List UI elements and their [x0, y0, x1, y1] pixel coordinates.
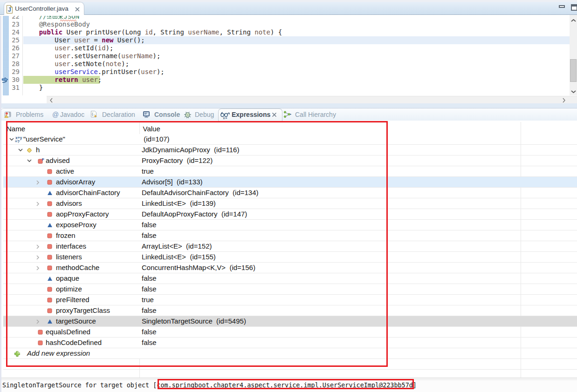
expressions-icon: x= — [220, 111, 230, 119]
view-tab-call-hierarchy[interactable]: Call Hierarchy — [295, 111, 336, 118]
code-line-24: public User printUser(Long id, String us… — [23, 28, 282, 36]
scroll-down-icon[interactable] — [570, 88, 577, 95]
maximize-view-button[interactable] — [571, 4, 577, 11]
line-number: 30 — [7, 76, 20, 84]
line-number: 28 — [7, 60, 20, 68]
debug-icon — [184, 111, 192, 119]
horizontal-scroll-track[interactable] — [47, 96, 577, 103]
editor-horizontal-scrollbar[interactable] — [0, 95, 577, 103]
editor-tab-close-icon[interactable] — [75, 7, 80, 12]
expression-row-empty — [3, 370, 577, 377]
code-line-23: @ResponseBody — [23, 20, 90, 28]
code-line-26: user.setId(id); — [23, 44, 113, 52]
view-tabbar: !Problems@Javadoc{..DeclarationConsoleDe… — [0, 108, 577, 121]
svg-text:x: x — [223, 116, 225, 120]
code-line-28: user.setNote(note); — [23, 60, 129, 68]
sash-divider[interactable] — [0, 103, 577, 108]
line-number: 23 — [7, 20, 20, 28]
view-tab-declaration[interactable]: Declaration — [102, 111, 135, 118]
code-line-29: userService.printUser(user); — [23, 68, 165, 76]
svg-text:{..: {.. — [92, 112, 95, 116]
view-tab-javadoc[interactable]: Javadoc — [60, 111, 84, 118]
annotation-rect-table — [6, 121, 388, 367]
console-icon — [143, 111, 151, 118]
scroll-left-icon[interactable] — [48, 96, 55, 104]
expressions-tab-close-icon[interactable] — [272, 112, 277, 117]
editor-tabbar — [0, 2, 577, 15]
scroll-up-icon[interactable] — [570, 17, 577, 24]
line-number: 26 — [7, 44, 20, 52]
code-line-25: User user = new User(); — [23, 36, 145, 44]
line-number: 25 — [7, 36, 20, 44]
declaration-icon: {.. — [90, 111, 98, 118]
scroll-right-icon[interactable] — [560, 96, 568, 104]
problems-icon: ! — [4, 111, 12, 119]
editor-tab-title: UserController.java — [15, 5, 69, 12]
callhierarchy-icon — [283, 111, 292, 118]
view-tab-console[interactable]: Console — [154, 111, 180, 118]
svg-text:@: @ — [52, 111, 59, 118]
code-line-31: } — [23, 84, 43, 92]
line-number: 29 — [7, 68, 20, 76]
view-tab-debug[interactable]: Debug — [195, 111, 214, 118]
vertical-scroll-thumb[interactable] — [570, 59, 577, 82]
ruler-separator — [22, 15, 23, 95]
editor-vertical-scrollbar[interactable] — [570, 15, 577, 95]
code-line-30: return user; — [23, 76, 102, 84]
view-tab-problems[interactable]: Problems — [16, 111, 43, 118]
view-tab-expressions[interactable]: Expressions — [232, 111, 270, 118]
javadoc-icon: @ — [52, 111, 59, 118]
code-line-27: user.setUsername(userName); — [23, 52, 160, 60]
annotation-rect-classname — [158, 379, 414, 389]
svg-text:J: J — [8, 7, 11, 13]
line-number: 31 — [7, 84, 20, 92]
svg-text:!: ! — [6, 115, 7, 118]
window-left-edge — [0, 15, 1, 392]
editor-top-clip — [0, 15, 570, 16]
java-file-icon: J — [7, 5, 13, 14]
line-number: 24 — [7, 28, 20, 36]
editor-tab-usercontroller[interactable]: J UserController.java — [4, 2, 84, 15]
code-editor[interactable]: 22232425262728293031 // JSON @ResponseBo… — [0, 15, 577, 103]
eclipse-window: J UserController.java 222324252627282930… — [0, 0, 577, 392]
svg-text:=: = — [225, 116, 227, 120]
minimize-view-button[interactable] — [559, 5, 565, 8]
line-number: 27 — [7, 52, 20, 60]
